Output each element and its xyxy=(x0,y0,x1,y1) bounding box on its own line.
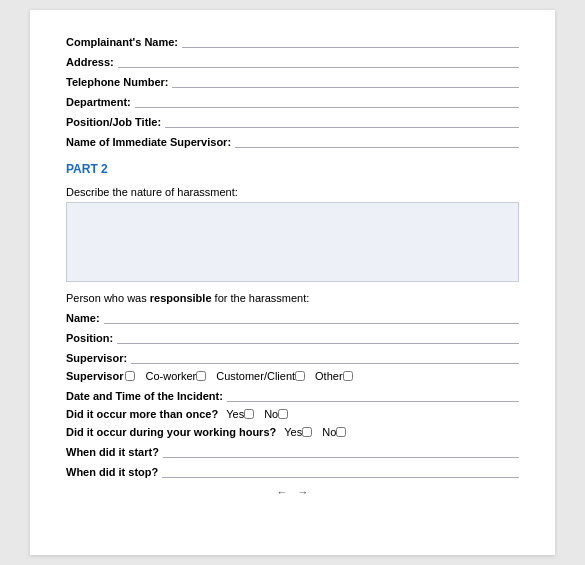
resp-name-row: Name: xyxy=(66,310,519,324)
position-title-label: Position/Job Title: xyxy=(66,116,161,128)
date-time-label: Date and Time of the Incident: xyxy=(66,390,223,402)
working-hours-no-checkbox[interactable] xyxy=(336,427,346,437)
address-label: Address: xyxy=(66,56,114,68)
resp-supervisor-row: Supervisor: xyxy=(66,350,519,364)
stop-input[interactable] xyxy=(162,464,519,478)
start-row: When did it start? xyxy=(66,444,519,458)
working-hours-no-label: No xyxy=(322,426,336,438)
other-label: Other xyxy=(315,370,343,382)
occur-once-label: Did it occur more than once? xyxy=(66,408,218,420)
customer-checkbox-item: Customer/Client xyxy=(216,370,307,382)
resp-name-label: Name: xyxy=(66,312,100,324)
describe-label: Describe the nature of harassment: xyxy=(66,186,519,198)
telephone-input[interactable] xyxy=(172,74,519,88)
resp-position-input[interactable] xyxy=(117,330,519,344)
part2-header: PART 2 xyxy=(66,162,519,176)
customer-label: Customer/Client xyxy=(216,370,295,382)
position-title-input[interactable] xyxy=(165,114,519,128)
working-hours-yes-checkbox[interactable] xyxy=(302,427,312,437)
department-input[interactable] xyxy=(135,94,519,108)
supervisor-name-label: Name of Immediate Supervisor: xyxy=(66,136,231,148)
supervisor-checkbox-label: Supervisor xyxy=(66,370,123,382)
department-label: Department: xyxy=(66,96,131,108)
occur-once-no-label: No xyxy=(264,408,278,420)
position-title-row: Position/Job Title: xyxy=(66,114,519,128)
working-hours-label: Did it occur during your working hours? xyxy=(66,426,276,438)
date-time-row: Date and Time of the Incident: xyxy=(66,388,519,402)
supervisor-checkbox-item: Supervisor xyxy=(66,370,137,382)
start-input[interactable] xyxy=(163,444,519,458)
address-row: Address: xyxy=(66,54,519,68)
describe-textbox[interactable] xyxy=(66,202,519,282)
coworker-checkbox-item: Co-worker xyxy=(145,370,208,382)
coworker-label: Co-worker xyxy=(145,370,196,382)
stop-label: When did it stop? xyxy=(66,466,158,478)
occur-once-yes-checkbox[interactable] xyxy=(244,409,254,419)
coworker-checkbox[interactable] xyxy=(196,371,206,381)
bottom-nav: ← → xyxy=(66,486,519,498)
stop-row: When did it stop? xyxy=(66,464,519,478)
nav-next[interactable]: → xyxy=(298,486,309,498)
resp-position-label: Position: xyxy=(66,332,113,344)
occur-once-yes-label: Yes xyxy=(226,408,244,420)
complainant-name-row: Complainant's Name: xyxy=(66,34,519,48)
form-page: Complainant's Name: Address: Telephone N… xyxy=(30,10,555,555)
working-hours-yes-option: Yes xyxy=(284,426,314,438)
resp-position-row: Position: xyxy=(66,330,519,344)
working-hours-yes-label: Yes xyxy=(284,426,302,438)
address-input[interactable] xyxy=(118,54,519,68)
customer-checkbox[interactable] xyxy=(295,371,305,381)
resp-name-input[interactable] xyxy=(104,310,519,324)
top-fields-section: Complainant's Name: Address: Telephone N… xyxy=(66,34,519,148)
roles-row: Supervisor Co-worker Customer/Client Oth… xyxy=(66,370,519,382)
start-label: When did it start? xyxy=(66,446,159,458)
other-checkbox[interactable] xyxy=(343,371,353,381)
telephone-row: Telephone Number: xyxy=(66,74,519,88)
occur-once-no-checkbox[interactable] xyxy=(278,409,288,419)
other-checkbox-item: Other xyxy=(315,370,355,382)
supervisor-name-row: Name of Immediate Supervisor: xyxy=(66,134,519,148)
telephone-label: Telephone Number: xyxy=(66,76,168,88)
complainant-name-input[interactable] xyxy=(182,34,519,48)
occur-once-no-option: No xyxy=(264,408,290,420)
occur-once-yes-option: Yes xyxy=(226,408,256,420)
complainant-name-label: Complainant's Name: xyxy=(66,36,178,48)
date-time-input[interactable] xyxy=(227,388,519,402)
department-row: Department: xyxy=(66,94,519,108)
nav-prev[interactable]: ← xyxy=(277,486,288,498)
occur-once-row: Did it occur more than once? Yes No xyxy=(66,408,519,420)
supervisor-name-input[interactable] xyxy=(235,134,519,148)
responsible-header: Person who was responsible for the haras… xyxy=(66,292,519,304)
resp-supervisor-input[interactable] xyxy=(131,350,519,364)
working-hours-no-option: No xyxy=(322,426,348,438)
working-hours-row: Did it occur during your working hours? … xyxy=(66,426,519,438)
supervisor-checkbox[interactable] xyxy=(125,371,135,381)
resp-supervisor-label: Supervisor: xyxy=(66,352,127,364)
